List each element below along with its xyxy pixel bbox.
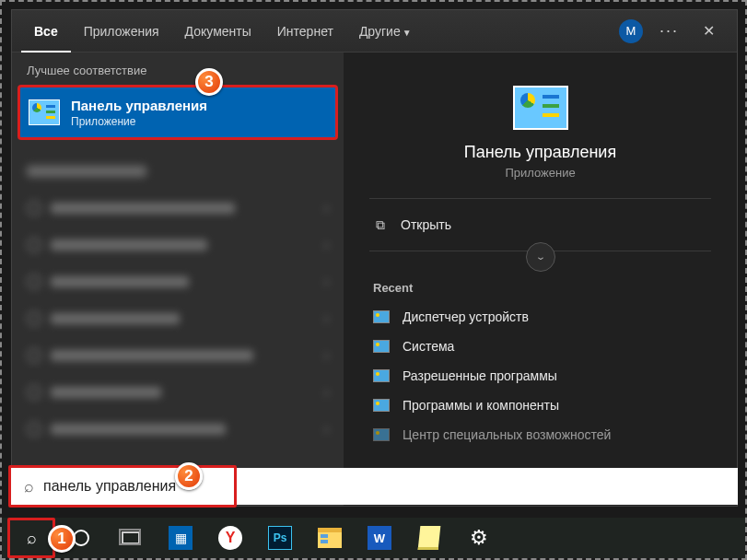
windows-search-panel: Все Приложения Документы Интернет Другие… <box>11 9 738 507</box>
tab-internet[interactable]: Интернет <box>264 10 346 52</box>
word-icon: W <box>368 526 391 550</box>
recent-label: Recent <box>373 281 711 295</box>
taskbar-yandex-app[interactable]: Y <box>208 519 252 556</box>
detail-title: Панель управления <box>369 143 711 162</box>
tab-documents[interactable]: Документы <box>172 10 264 52</box>
gear-icon: ⚙ <box>470 526 488 550</box>
detail-subtitle: Приложение <box>369 166 711 180</box>
open-icon: ⧉ <box>373 217 388 232</box>
recent-item[interactable]: Разрешенные программы <box>369 361 711 391</box>
calendar-icon: ▦ <box>169 526 193 550</box>
taskbar-calendar-app[interactable]: ▦ <box>158 519 203 556</box>
best-match-label: Лучшее соответствие <box>12 52 344 83</box>
sticky-note-icon <box>418 526 441 550</box>
recent-item[interactable]: Диспетчер устройств <box>369 302 711 332</box>
cortana-icon <box>73 530 89 546</box>
detail-column: Панель управления Приложение ⧉ Открыть ⌄… <box>344 52 737 506</box>
more-options-button[interactable]: ··· <box>659 21 679 41</box>
search-scope-tabs: Все Приложения Документы Интернет Другие… <box>12 10 737 52</box>
chevron-down-icon: ⌄ <box>535 251 546 262</box>
taskbar-explorer-app[interactable] <box>308 519 352 556</box>
user-avatar[interactable]: М <box>619 19 643 43</box>
taskbar-taskview-button[interactable] <box>109 519 153 556</box>
search-input[interactable] <box>43 478 725 495</box>
chevron-down-icon: ▼ <box>403 28 412 38</box>
taskbar-settings-app[interactable]: ⚙ <box>457 519 501 556</box>
results-column: Лучшее соответствие Панель управления Пр… <box>12 52 344 506</box>
control-panel-mini-icon <box>373 340 390 353</box>
control-panel-large-icon <box>513 86 568 130</box>
control-panel-mini-icon <box>373 399 390 412</box>
yandex-icon: Y <box>218 526 242 550</box>
search-icon: ⌕ <box>24 477 34 496</box>
search-icon: ⌕ <box>27 529 37 548</box>
best-match-result[interactable]: Панель управления Приложение <box>19 87 336 138</box>
search-input-bar[interactable]: ⌕ <box>11 468 738 505</box>
taskbar-cortana-button[interactable] <box>59 519 103 556</box>
photoshop-icon: Ps <box>268 526 292 550</box>
taskbar-notepad-app[interactable] <box>407 519 451 556</box>
windows-taskbar: ⌕ ▦ Y Ps W ⚙ <box>2 518 745 558</box>
close-button[interactable]: ✕ <box>695 18 722 43</box>
recent-item[interactable]: Система <box>369 332 711 361</box>
open-action[interactable]: ⧉ Открыть <box>369 204 711 245</box>
other-results-blurred: › › › › › › › <box>12 147 344 448</box>
tab-all[interactable]: Все <box>21 10 71 52</box>
taskbar-photoshop-app[interactable]: Ps <box>258 519 302 556</box>
taskview-icon <box>122 531 140 544</box>
best-match-subtitle: Приложение <box>71 115 207 128</box>
control-panel-icon <box>29 99 60 125</box>
control-panel-mini-icon <box>373 369 390 382</box>
best-match-title: Панель управления <box>71 98 207 113</box>
tab-other[interactable]: Другие▼ <box>346 10 425 52</box>
taskbar-word-app[interactable]: W <box>357 519 402 556</box>
taskbar-search-button[interactable]: ⌕ <box>9 519 53 556</box>
file-explorer-icon <box>318 528 342 548</box>
expand-toggle[interactable]: ⌄ <box>526 242 555 272</box>
recent-item[interactable]: Программы и компоненты <box>369 391 711 420</box>
control-panel-mini-icon <box>373 428 390 441</box>
control-panel-mini-icon <box>373 310 390 323</box>
tab-apps[interactable]: Приложения <box>71 10 172 52</box>
recent-item[interactable]: Центр специальных возможностей <box>369 420 711 449</box>
